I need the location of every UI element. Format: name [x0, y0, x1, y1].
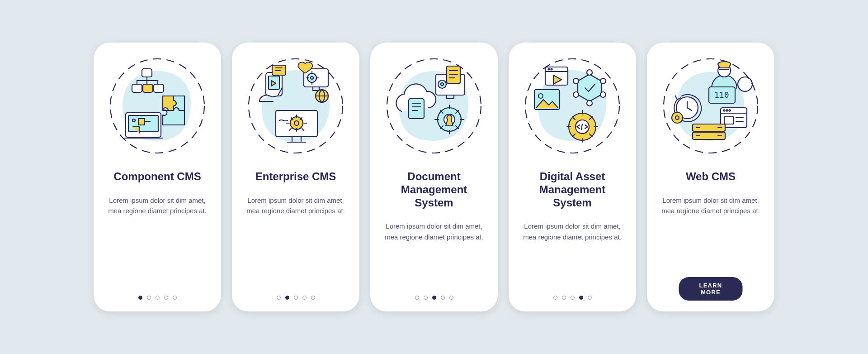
- pager-dot[interactable]: [432, 296, 436, 300]
- card-desc: Lorem ipsum dolor sit dim amet, mea regi…: [659, 195, 763, 216]
- document-management-icon: [384, 56, 484, 156]
- pager-dot[interactable]: [147, 296, 151, 300]
- svg-point-37: [573, 92, 579, 97]
- illustration-wrap: [523, 56, 622, 156]
- pager-dot[interactable]: [138, 296, 142, 300]
- pager-dot[interactable]: [553, 296, 557, 300]
- pager-dot[interactable]: [424, 296, 428, 300]
- svg-rect-6: [143, 84, 153, 92]
- learn-more-button[interactable]: LEARN MORE: [679, 277, 743, 301]
- card-title: Digital Asset Management System: [519, 170, 625, 209]
- pager-dots: [370, 296, 498, 300]
- card-desc: Lorem ipsum dolor sit dim amet, mea regi…: [520, 221, 624, 242]
- svg-rect-20: [409, 99, 424, 119]
- svg-rect-7: [154, 84, 164, 92]
- svg-point-36: [587, 100, 592, 106]
- svg-point-35: [600, 92, 606, 97]
- card-digital-asset: Digital Asset Management System Lorem ip…: [509, 43, 636, 311]
- pager-dots: [232, 296, 359, 300]
- svg-point-47: [672, 112, 683, 123]
- card-document-management: Document Management System Lorem ipsum d…: [370, 43, 498, 311]
- pager-dot[interactable]: [173, 296, 177, 300]
- pager-dots: [509, 296, 636, 300]
- pager-dot[interactable]: [302, 296, 307, 300]
- card-desc: Lorem ipsum dolor sit dim amet, mea regi…: [244, 195, 348, 216]
- pager-dot[interactable]: [311, 296, 315, 300]
- svg-point-38: [573, 78, 579, 84]
- svg-rect-4: [142, 69, 152, 77]
- pager-dot[interactable]: [571, 296, 575, 300]
- pager-dot[interactable]: [164, 296, 168, 300]
- illustration-wrap: 110: [661, 56, 760, 156]
- component-cms-icon: [108, 56, 207, 156]
- illustration-wrap: [384, 56, 484, 156]
- card-title: Web CMS: [686, 170, 736, 183]
- illustration-wrap: [246, 56, 345, 156]
- card-desc: Lorem ipsum dolor sit dim amet, mea regi…: [105, 195, 209, 216]
- onboarding-card-row: Component CMS Lorem ipsum dolor sit dim …: [77, 24, 791, 330]
- pager-dot[interactable]: [449, 296, 453, 300]
- enterprise-cms-icon: [246, 56, 345, 156]
- pager-dot[interactable]: [285, 296, 289, 300]
- pager-dot[interactable]: [277, 296, 281, 300]
- pager-dot[interactable]: [441, 296, 445, 300]
- card-title: Component CMS: [113, 170, 201, 183]
- pager-dot[interactable]: [156, 296, 160, 300]
- web-cms-icon: 110: [661, 56, 760, 156]
- pager-dot[interactable]: [588, 296, 592, 300]
- svg-point-34: [600, 78, 606, 84]
- pager-dots: [94, 296, 221, 300]
- svg-rect-5: [132, 84, 142, 92]
- card-component-cms: Component CMS Lorem ipsum dolor sit dim …: [94, 43, 221, 311]
- svg-point-33: [587, 70, 592, 75]
- pager-dot[interactable]: [562, 296, 566, 300]
- digital-asset-icon: [523, 56, 622, 156]
- svg-point-23: [438, 80, 446, 88]
- card-enterprise-cms: Enterprise CMS Lorem ipsum dolor sit dim…: [232, 43, 359, 311]
- pager-dot[interactable]: [294, 296, 298, 300]
- pager-dot[interactable]: [415, 296, 419, 300]
- pager-dot[interactable]: [579, 296, 583, 300]
- card-title: Document Management System: [381, 170, 487, 209]
- illustration-wrap: [108, 56, 207, 156]
- card-title: Enterprise CMS: [255, 170, 336, 183]
- card-desc: Lorem ipsum dolor sit dim amet, mea regi…: [382, 221, 486, 242]
- card-web-cms: 110: [647, 43, 774, 311]
- svg-text:110: 110: [714, 90, 729, 100]
